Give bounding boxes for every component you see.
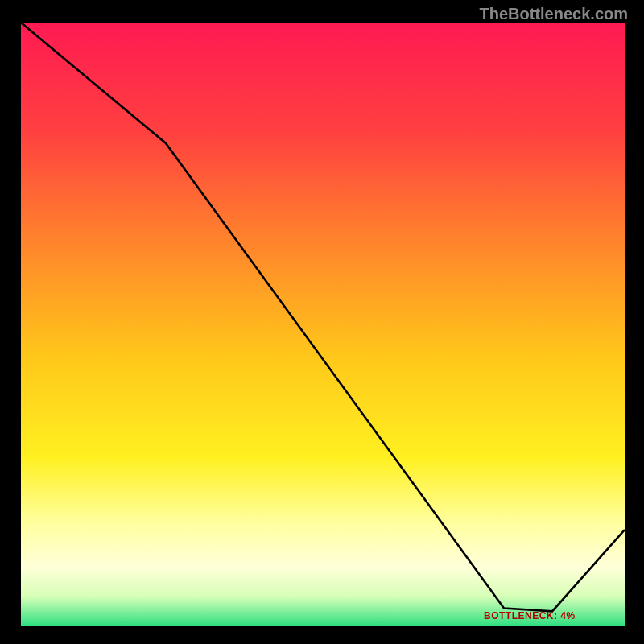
chart-svg — [21, 23, 625, 626]
chart-area — [21, 23, 625, 626]
bottleneck-value-label: BOTTLENECK: 4% — [484, 610, 576, 621]
watermark-text: TheBottleneck.com — [480, 5, 628, 23]
gradient-background — [21, 23, 625, 626]
